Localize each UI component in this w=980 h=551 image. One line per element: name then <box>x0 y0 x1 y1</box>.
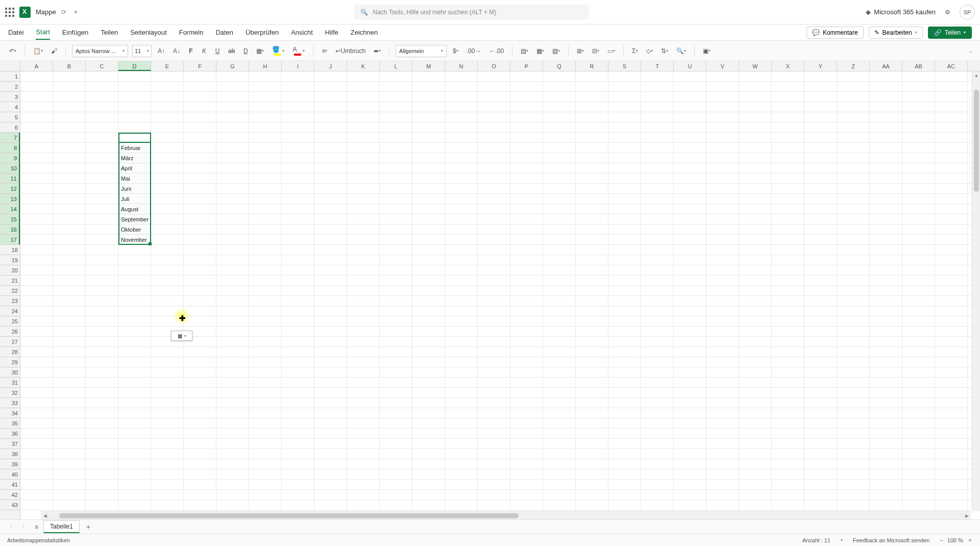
app-launcher-icon[interactable] <box>5 8 14 17</box>
row-header-21[interactable]: 21 <box>0 276 20 286</box>
row-header-41[interactable]: 41 <box>0 480 20 490</box>
vertical-scrollbar[interactable]: ▲ <box>972 71 980 511</box>
zoom-out-button[interactable]: − <box>940 537 943 543</box>
workbook-stats-label[interactable]: Arbeitsmappenstatistiken <box>7 537 70 543</box>
undo-button[interactable]: ↶▾ <box>7 44 18 58</box>
row-header-8[interactable]: 8 <box>0 143 20 153</box>
wrap-text-button[interactable]: ↩Umbruch <box>333 44 368 58</box>
buy-microsoft365-link[interactable]: ◆ Microsoft 365 kaufen <box>866 8 936 16</box>
tab-teilen[interactable]: Teilen <box>101 26 118 39</box>
decrease-decimal-button[interactable]: ←.00 <box>487 44 506 58</box>
find-button[interactable]: 🔍▾ <box>674 44 688 58</box>
col-header-c[interactable]: C <box>86 61 118 71</box>
row-header-13[interactable]: 13 <box>0 194 20 204</box>
cell-d11[interactable]: Mai <box>119 173 130 184</box>
cell-d13[interactable]: Juli <box>119 194 130 204</box>
col-header-t[interactable]: T <box>641 61 674 71</box>
col-header-h[interactable]: H <box>249 61 282 71</box>
cells-area[interactable]: Januar Februar März April Mai Juni Juli … <box>20 71 980 519</box>
scroll-right-arrow[interactable]: ▶ <box>963 512 971 520</box>
addins-button[interactable]: ▣▾ <box>701 44 713 58</box>
row-header-25[interactable]: 25 <box>0 316 20 327</box>
col-header-ab[interactable]: AB <box>902 61 935 71</box>
col-header-j[interactable]: J <box>314 61 347 71</box>
edit-mode-button[interactable]: ✎Bearbeiten▾ <box>869 27 923 39</box>
document-title[interactable]: Mappe <box>36 8 56 16</box>
cell-d14[interactable]: August <box>119 204 138 214</box>
sort-filter-button[interactable]: ⇅▾ <box>659 44 670 58</box>
row-header-24[interactable]: 24 <box>0 306 20 316</box>
format-cells-button[interactable]: ▭▾ <box>605 44 617 58</box>
merge-button[interactable]: ⬌▾ <box>372 44 383 58</box>
row-header-9[interactable]: 9 <box>0 153 20 163</box>
row-header-4[interactable]: 4 <box>0 102 20 112</box>
tab-zeichnen[interactable]: Zeichnen <box>351 26 378 39</box>
row-header-28[interactable]: 28 <box>0 347 20 357</box>
settings-icon[interactable]: ⚙ <box>945 9 950 16</box>
col-header-x[interactable]: X <box>772 61 804 71</box>
row-header-36[interactable]: 36 <box>0 429 20 439</box>
row-header-19[interactable]: 19 <box>0 255 20 265</box>
sheet-nav-prev[interactable]: 〈 <box>5 523 15 531</box>
row-header-3[interactable]: 3 <box>0 92 20 102</box>
row-header-15[interactable]: 15 <box>0 214 20 224</box>
col-header-r[interactable]: R <box>576 61 608 71</box>
scroll-left-arrow[interactable]: ◀ <box>41 512 49 520</box>
row-header-20[interactable]: 20 <box>0 265 20 276</box>
autofill-options-button[interactable]: ▦▾ <box>171 331 192 341</box>
col-header-n[interactable]: N <box>445 61 478 71</box>
col-header-s[interactable]: S <box>608 61 641 71</box>
cell-d7[interactable]: Januar <box>119 133 138 143</box>
horizontal-scrollbar[interactable]: ◀ ▶ <box>41 511 971 519</box>
row-header-43[interactable]: 43 <box>0 500 20 510</box>
shrink-font-button[interactable]: A↓ <box>171 44 182 58</box>
row-header-12[interactable]: 12 <box>0 184 20 194</box>
tab-ansicht[interactable]: Ansicht <box>291 26 313 39</box>
font-size-select[interactable]: 11▾ <box>132 45 152 57</box>
col-header-a[interactable]: A <box>20 61 53 71</box>
col-header-q[interactable]: Q <box>543 61 576 71</box>
row-header-23[interactable]: 23 <box>0 296 20 306</box>
row-header-29[interactable]: 29 <box>0 357 20 367</box>
row-header-17[interactable]: 17 <box>0 235 20 245</box>
italic-button[interactable]: K <box>200 44 209 58</box>
col-header-ac[interactable]: AC <box>935 61 968 71</box>
col-header-y[interactable]: Y <box>804 61 837 71</box>
row-header-32[interactable]: 32 <box>0 388 20 398</box>
row-header-37[interactable]: 37 <box>0 439 20 449</box>
tab-datei[interactable]: Datei <box>8 26 23 39</box>
paste-button[interactable]: 📋▾ <box>31 44 45 58</box>
row-header-14[interactable]: 14 <box>0 204 20 214</box>
col-header-p[interactable]: P <box>510 61 543 71</box>
col-header-g[interactable]: G <box>216 61 249 71</box>
delete-cells-button[interactable]: ⊟▾ <box>590 44 601 58</box>
zoom-in-button[interactable]: ＋ <box>967 536 973 544</box>
cell-d12[interactable]: Juni <box>119 184 131 194</box>
number-format-select[interactable]: Allgemein▾ <box>396 45 447 57</box>
cell-d10[interactable]: April <box>119 163 132 173</box>
tab-formeln[interactable]: Formeln <box>179 26 204 39</box>
col-header-f[interactable]: F <box>184 61 216 71</box>
tab-start[interactable]: Start <box>36 25 50 40</box>
tab-hilfe[interactable]: Hilfe <box>325 26 338 39</box>
vertical-scroll-thumb[interactable] <box>974 90 979 192</box>
row-header-10[interactable]: 10 <box>0 163 20 173</box>
col-header-i[interactable]: I <box>282 61 314 71</box>
row-header-18[interactable]: 18 <box>0 245 20 255</box>
row-header-30[interactable]: 30 <box>0 367 20 378</box>
font-color-button[interactable]: A▾ <box>290 44 307 58</box>
feedback-link[interactable]: Feedback an Microsoft senden <box>853 537 929 543</box>
add-sheet-button[interactable]: ＋ <box>85 522 92 532</box>
row-header-38[interactable]: 38 <box>0 449 20 459</box>
borders-button[interactable]: ▦▾ <box>254 44 266 58</box>
row-header-11[interactable]: 11 <box>0 173 20 184</box>
row-header-39[interactable]: 39 <box>0 459 20 469</box>
share-button[interactable]: 🔗Teilen▾ <box>928 27 972 39</box>
col-header-o[interactable]: O <box>478 61 510 71</box>
row-header-27[interactable]: 27 <box>0 337 20 347</box>
row-header-34[interactable]: 34 <box>0 408 20 418</box>
row-header-33[interactable]: 33 <box>0 398 20 408</box>
double-underline-button[interactable]: D <box>241 44 250 58</box>
row-header-26[interactable]: 26 <box>0 327 20 337</box>
select-all-corner[interactable] <box>0 61 20 71</box>
